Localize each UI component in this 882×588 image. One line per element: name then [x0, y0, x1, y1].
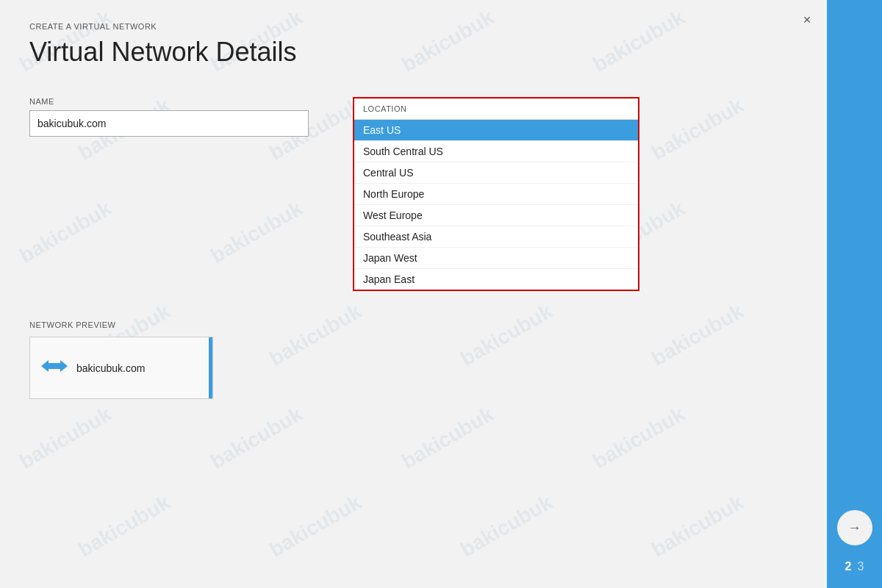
right-sidebar: → 2 3	[827, 0, 882, 588]
close-button[interactable]: ×	[798, 11, 816, 29]
network-name: bakicubuk.com	[76, 362, 145, 374]
create-label: CREATE A VIRTUAL NETWORK	[29, 22, 797, 31]
location-option-japan-east[interactable]: Japan East	[354, 269, 638, 290]
step-numbers: 2 3	[845, 560, 864, 573]
location-list: East US South Central US Central US Nort…	[354, 120, 638, 290]
location-option-south-central-us[interactable]: South Central US	[354, 141, 638, 162]
network-preview-label: NETWORK PREVIEW	[29, 320, 797, 329]
next-button[interactable]: →	[837, 510, 872, 545]
svg-marker-0	[41, 360, 68, 372]
location-option-east-us[interactable]: East US	[354, 120, 638, 141]
step-3[interactable]: 3	[858, 560, 864, 573]
next-icon: →	[848, 520, 861, 536]
step-2[interactable]: 2	[845, 560, 852, 573]
name-field-label: NAME	[29, 97, 309, 106]
location-option-central-us[interactable]: Central US	[354, 162, 638, 184]
location-option-japan-west[interactable]: Japan West	[354, 248, 638, 269]
page-title: Virtual Network Details	[29, 37, 797, 68]
name-input[interactable]	[29, 110, 309, 137]
location-header: LOCATION	[354, 98, 638, 120]
location-option-southeast-asia[interactable]: Southeast Asia	[354, 226, 638, 248]
network-preview-box: bakicubuk.com	[29, 337, 213, 399]
location-option-north-europe[interactable]: North Europe	[354, 184, 638, 205]
location-dropdown: LOCATION East US South Central US Centra…	[353, 97, 639, 291]
location-option-west-europe[interactable]: West Europe	[354, 205, 638, 226]
network-icon	[41, 356, 68, 380]
